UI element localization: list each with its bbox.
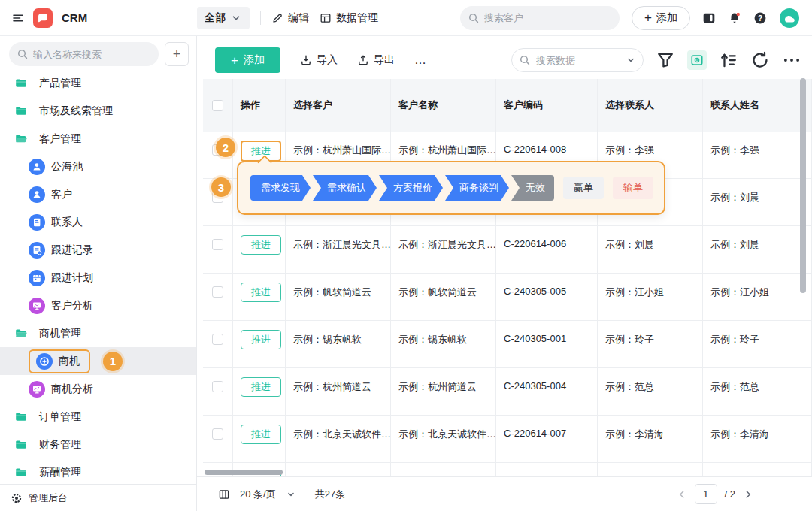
sidebar-item-联系人[interactable]: 联系人	[0, 208, 196, 236]
crm-app: CRM 全部 编辑 数据管理 + 添加	[0, 0, 812, 511]
export-button[interactable]: 导出	[357, 53, 395, 67]
prev-page-icon[interactable]	[677, 489, 687, 500]
data-manage-label: 数据管理	[336, 11, 378, 25]
sidebar-item-市场及线索管理[interactable]: 市场及线索管理	[0, 97, 196, 125]
column-header-选择联系人[interactable]: 选择联系人	[598, 79, 703, 132]
action-cell: 推进	[233, 274, 286, 320]
table-row: 推进示例：北京天诚软件…示例：北京天诚软件…C-220614-007示例：李清海…	[203, 463, 812, 476]
admin-console-button[interactable]: 管理后台	[0, 484, 196, 511]
chevron-down-icon[interactable]	[286, 489, 296, 500]
data-cell: 示例：帆软简道云	[286, 274, 391, 320]
ellipsis-icon: …	[414, 53, 427, 67]
more-actions-button[interactable]: …	[414, 53, 427, 67]
sidebar-item-公海池[interactable]: 公海池	[0, 153, 196, 180]
stage-step-需求确认[interactable]: 需求确认	[313, 175, 377, 201]
sidebar-item-客户分析[interactable]: 客户分析	[0, 292, 196, 319]
column-header-客户名称[interactable]: 客户名称	[391, 79, 496, 132]
analysis-icon	[29, 381, 45, 398]
data-cell: 示例：李清海	[703, 463, 812, 476]
more-options-icon[interactable]	[782, 50, 801, 70]
table-row: 推进示例：锡东帆软示例：锡东帆软C-240305-001示例：玲子示例：玲子	[203, 321, 812, 368]
notification-bell-icon[interactable]	[728, 11, 741, 25]
stage-step-无效[interactable]: 无效	[511, 175, 554, 201]
row-checkbox[interactable]	[212, 334, 223, 345]
advance-stage-button[interactable]: 推进	[241, 283, 281, 302]
sidebar-item-商机分析[interactable]: 商机分析	[0, 375, 196, 403]
sidebar: + 产品管理市场及线索管理客户管理公海池客户联系人跟进记录跟进计划客户分析商机管…	[0, 36, 197, 511]
refresh-icon[interactable]	[750, 50, 770, 70]
hamburger-menu-icon[interactable]	[12, 12, 24, 24]
data-search-input[interactable]	[511, 48, 644, 72]
sidebar-add-button[interactable]: +	[165, 42, 189, 66]
data-cell: C-220614-006	[496, 226, 598, 273]
row-checkbox[interactable]	[212, 239, 223, 250]
next-page-icon[interactable]	[743, 489, 753, 500]
sidebar-item-产品管理[interactable]: 产品管理	[0, 69, 196, 97]
table-config-icon[interactable]	[218, 488, 230, 500]
advance-stage-button[interactable]: 推进	[241, 235, 281, 255]
export-label: 导出	[374, 53, 395, 67]
folder-icon	[14, 466, 29, 479]
chevron-down-icon[interactable]	[626, 55, 636, 65]
help-icon[interactable]: ?	[753, 11, 767, 25]
column-header-联系人姓名[interactable]: 联系人姓名	[703, 79, 812, 132]
sidebar-item-商机管理[interactable]: 商机管理	[0, 319, 196, 347]
data-cell: 示例：杭州简道云	[391, 368, 496, 415]
import-button[interactable]: 导入	[300, 53, 338, 67]
header-add-button[interactable]: + 添加	[632, 6, 690, 30]
stage-step-方案报价[interactable]: 方案报价	[379, 175, 443, 201]
data-cell: 示例：范总	[703, 368, 812, 415]
table-row: 推进示例：北京天诚软件…示例：北京天诚软件…C-220614-007示例：李清海…	[203, 416, 812, 463]
win-button[interactable]: 赢单	[563, 177, 604, 199]
scope-dropdown[interactable]: 全部	[197, 7, 250, 29]
customer-search-input[interactable]	[460, 6, 620, 30]
horizontal-scrollbar[interactable]	[205, 470, 283, 475]
brand-area: CRM	[0, 8, 197, 28]
sidebar-item-跟进记录[interactable]: 跟进记录	[0, 236, 196, 264]
sidebar-item-薪酬管理[interactable]: 薪酬管理	[0, 458, 196, 486]
sort-order-icon[interactable]	[719, 50, 738, 70]
sidebar-item-财务管理[interactable]: 财务管理	[0, 431, 196, 458]
admin-console-label: 管理后台	[29, 491, 68, 505]
lose-button[interactable]: 输单	[613, 177, 653, 199]
customer-icon	[29, 186, 45, 203]
filter-icon[interactable]	[656, 50, 675, 70]
sidebar-item-客户[interactable]: 客户	[0, 180, 196, 208]
folder-open-icon	[14, 327, 29, 340]
column-header-操作[interactable]: 操作	[233, 79, 286, 132]
sidebar-item-商机[interactable]: 商机1	[0, 347, 196, 375]
folder-icon	[14, 104, 29, 117]
sidebar-search-input[interactable]	[9, 42, 159, 66]
select-all-checkbox[interactable]	[212, 100, 223, 111]
row-checkbox[interactable]	[212, 381, 223, 392]
advance-stage-button[interactable]: 推进	[241, 425, 281, 444]
rows-per-page-label[interactable]: 20 条/页	[240, 488, 276, 501]
top-header: CRM 全部 编辑 数据管理 + 添加	[0, 0, 812, 36]
vertical-scrollbar[interactable]	[800, 78, 806, 293]
data-cell: 示例：范总	[598, 368, 703, 415]
current-page-box[interactable]: 1	[695, 484, 717, 504]
data-cell: 示例：帆软简道云	[391, 274, 496, 320]
header-add-label: 添加	[656, 11, 677, 25]
column-header-选择客户[interactable]: 选择客户	[286, 79, 391, 132]
stage-step-需求发现[interactable]: 需求发现	[250, 175, 311, 201]
data-cell: 示例：李清海	[598, 416, 703, 462]
folder-icon	[14, 77, 29, 89]
column-header-客户编码[interactable]: 客户编码	[496, 79, 598, 132]
edit-button[interactable]: 编辑	[271, 11, 309, 25]
row-checkbox[interactable]	[212, 286, 223, 298]
add-record-button[interactable]: + 添加	[215, 47, 280, 73]
advance-stage-button[interactable]: 推进	[241, 330, 281, 349]
field-visibility-icon[interactable]	[687, 50, 707, 70]
sidebar-item-跟进计划[interactable]: 跟进计划	[0, 264, 196, 292]
sidebar-item-客户管理[interactable]: 客户管理	[0, 125, 196, 153]
sidebar-item-订单管理[interactable]: 订单管理	[0, 403, 196, 431]
row-checkbox[interactable]	[212, 428, 223, 440]
advance-stage-button[interactable]: 推进	[241, 377, 281, 397]
data-cell: C-240305-001	[496, 321, 598, 367]
data-manage-button[interactable]: 数据管理	[320, 11, 378, 25]
user-avatar[interactable]	[779, 8, 800, 29]
side-panel-icon[interactable]	[702, 11, 716, 25]
header-right: + 添加 ?	[460, 6, 812, 30]
stage-step-商务谈判[interactable]: 商务谈判	[445, 175, 509, 201]
